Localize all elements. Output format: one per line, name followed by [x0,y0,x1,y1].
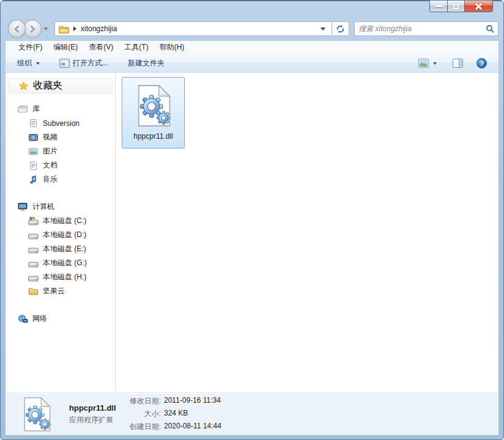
recent-pages-dropdown[interactable] [43,28,48,31]
sidebar-item-drive-g[interactable]: 本地磁盘 (G:) [6,256,115,270]
preview-pane-icon [453,59,463,68]
documents-icon [28,161,39,170]
refresh-icon [336,24,345,34]
organize-label: 组织 [17,58,32,68]
maximize-icon [453,4,459,9]
music-icon [28,175,39,185]
window-controls [429,1,493,12]
organize-button[interactable]: 组织 [12,56,45,71]
maximize-button[interactable] [448,1,465,12]
drive-g-label: 本地磁盘 (G:) [43,258,87,268]
help-icon: ? [476,58,487,68]
menu-edit[interactable]: 编辑(E) [48,40,83,54]
back-icon [14,25,22,33]
forward-button[interactable] [23,20,41,38]
chevron-down-icon [321,28,325,31]
sidebar-item-libraries[interactable]: 库 [6,102,115,116]
help-button[interactable]: ? [471,56,492,71]
drive-e-label: 本地磁盘 (E:) [43,244,86,254]
videos-icon [28,133,39,142]
open-with-icon [59,59,70,68]
sidebar-item-favorites[interactable]: 收藏夹 [8,78,113,94]
search-input[interactable] [358,24,486,33]
menu-tools[interactable]: 工具(T) [119,40,154,54]
videos-label: 视频 [43,132,57,142]
views-icon [418,59,429,68]
created-value: 2020-08-11 14:44 [164,422,221,432]
sidebar-item-network[interactable]: 网络 [6,312,115,326]
forward-icon [28,25,35,33]
chevron-down-icon [433,62,437,65]
music-label: 音乐 [43,174,57,185]
menu-file[interactable]: 文件(F) [13,40,48,54]
drive-icon [28,258,39,268]
preview-pane-button[interactable] [447,56,469,70]
size-value: 324 KB [164,409,188,419]
sidebar-item-videos[interactable]: 视频 [6,130,115,144]
address-dropdown-button[interactable] [317,25,329,33]
menu-view[interactable]: 查看(V) [83,40,119,54]
sidebar-item-drive-c[interactable]: 本地磁盘 (C:) [6,214,115,228]
sidebar-item-jianguoyun[interactable]: 坚果云 [6,284,115,298]
libraries-icon [18,105,28,114]
drive-h-label: 本地磁盘 (H:) [43,272,86,282]
network-icon [18,314,28,324]
modified-label: 修改日期: [120,396,161,406]
search-box [354,21,498,36]
details-modified-row: 修改日期: 2011-09-16 11:34 [120,396,221,406]
jianguoyun-label: 坚果云 [43,286,65,296]
navigation-pane: 收藏夹 库 Subversion [6,73,116,392]
libraries-label: 库 [32,104,40,114]
size-label: 大小: [120,409,161,419]
folder-icon [28,287,39,296]
sidebar-item-drive-e[interactable]: 本地磁盘 (E:) [6,242,115,256]
pictures-label: 图片 [43,146,57,156]
file-list-area[interactable]: hppcpr11.dll [116,73,498,392]
breadcrumb-arrow-icon [73,26,76,31]
drive-icon [28,230,39,240]
sidebar-item-drive-d[interactable]: 本地磁盘 (D:) [6,228,115,242]
back-button[interactable] [8,20,26,38]
open-with-button[interactable]: 打开方式... [54,56,114,71]
chevron-down-icon [36,62,40,65]
sidebar-item-subversion[interactable]: Subversion [6,116,115,130]
sidebar-item-music[interactable]: 音乐 [6,172,115,186]
new-folder-label: 新建文件夹 [128,58,165,68]
sidebar-item-drive-h[interactable]: 本地磁盘 (H:) [6,270,115,284]
subversion-icon [28,119,39,128]
refresh-button[interactable] [332,21,349,36]
sidebar-item-documents[interactable]: 文档 [6,158,115,172]
modified-value: 2011-09-16 11:34 [164,396,221,406]
details-file-type: 应用程序扩展 [69,415,119,425]
created-label: 创建日期: [120,422,161,432]
drive-c-label: 本地磁盘 (C:) [43,216,86,226]
search-icon [486,24,494,33]
breadcrumb[interactable]: xitongzhijia [81,24,117,33]
documents-label: 文档 [43,160,57,170]
pictures-icon [28,147,39,156]
drive-icon [28,273,39,282]
menu-help[interactable]: 帮助(H) [154,40,190,54]
folder-icon [59,24,69,34]
drive-c-icon [28,216,39,226]
new-folder-button[interactable]: 新建文件夹 [122,56,170,71]
views-button[interactable] [413,56,442,70]
dll-file-icon [20,396,53,433]
minimize-icon [435,6,442,7]
drive-d-label: 本地磁盘 (D:) [43,230,86,240]
address-bar[interactable]: xitongzhijia [54,21,332,36]
explorer-window: xitongzhijia 文件(F) 编辑(E) 查看(V) 工具(T) 帮助( [0,0,504,440]
sidebar-item-pictures[interactable]: 图片 [6,144,115,158]
open-with-label: 打开方式... [73,58,108,68]
close-button[interactable] [465,1,493,12]
star-icon [18,81,29,91]
command-toolbar: 组织 打开方式... 新建文件夹 [6,54,498,73]
computer-icon [18,202,28,212]
file-item-hppcpr11-dll[interactable]: hppcpr11.dll [122,77,185,148]
content-area: 收藏夹 库 Subversion [6,73,498,392]
sidebar-item-computer[interactable]: 计算机 [6,200,115,214]
computer-label: 计算机 [32,202,54,212]
minimize-button[interactable] [429,1,448,12]
favorites-label: 收藏夹 [33,79,62,92]
menu-bar: 文件(F) 编辑(E) 查看(V) 工具(T) 帮助(H) [6,41,498,54]
